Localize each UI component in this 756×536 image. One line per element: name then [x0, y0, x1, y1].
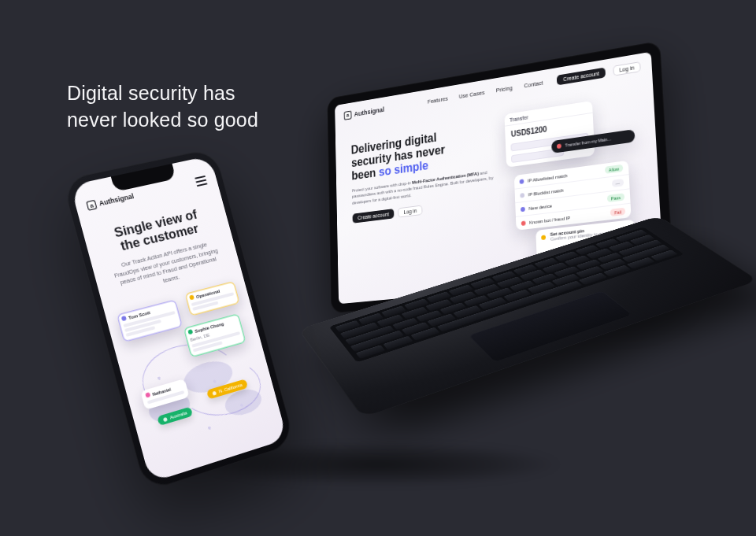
- card-dark-title: Transfer from my Main…: [565, 136, 611, 147]
- page-headline: Digital security has never looked so goo…: [67, 80, 258, 134]
- nav-pricing[interactable]: Pricing: [496, 84, 513, 94]
- account-dot-icon: [557, 143, 561, 149]
- laptop-mockup: a Authsignal Features Use Cases Pricing …: [267, 49, 717, 448]
- rule-chip: Pass: [607, 193, 625, 202]
- headline-line-1: Digital security has: [67, 80, 258, 107]
- brand-mark-icon: a: [86, 200, 98, 211]
- brand-mark-icon: a: [344, 110, 352, 120]
- laptop-hero: Delivering digital security has never be…: [351, 122, 497, 223]
- warning-dot-icon: [541, 235, 546, 240]
- rule-chip: Fail: [610, 208, 625, 216]
- phone-illustration: Tom Scott Operational Sophie Chung Berli…: [116, 286, 276, 471]
- phone-bezel: a Authsignal Single view of the customer…: [61, 148, 295, 492]
- pill-dot-icon: [212, 390, 217, 395]
- brand-name: Authsignal: [98, 192, 135, 207]
- rule-dot-icon: [520, 179, 524, 184]
- card-rules: IP Allowlisted matchAllow IP Blocklist m…: [514, 161, 632, 231]
- hero-login-button[interactable]: Log in: [398, 205, 422, 217]
- rule-dot-icon: [520, 193, 524, 198]
- hero-create-account-button[interactable]: Create account: [353, 209, 395, 224]
- brand[interactable]: a Authsignal: [86, 191, 135, 211]
- card-operational: Operational: [184, 281, 239, 316]
- nav-use-cases[interactable]: Use Cases: [459, 89, 485, 100]
- phone-mockup: a Authsignal Single view of the customer…: [61, 148, 295, 492]
- rule-chip: Allow: [605, 164, 624, 174]
- rule-dot-icon: [521, 206, 525, 212]
- menu-icon[interactable]: [195, 176, 207, 187]
- nav-contact[interactable]: Contact: [524, 79, 543, 90]
- pill-dot-icon: [163, 416, 168, 421]
- nav-features[interactable]: Features: [428, 95, 448, 105]
- phone-hero: Single view of the customer Our Track Ac…: [98, 205, 227, 298]
- brand[interactable]: a Authsignal: [344, 105, 385, 120]
- rule-dot-icon: [521, 220, 526, 226]
- nav-create-account-button[interactable]: Create account: [557, 68, 606, 86]
- card-transfer: Transfer USD$1200: [504, 101, 595, 168]
- nav-login-button[interactable]: Log in: [613, 61, 641, 76]
- brand-name: Authsignal: [354, 105, 385, 117]
- rule-chip: —: [611, 179, 624, 187]
- headline-line-2: never looked so good: [67, 107, 258, 134]
- phone-screen: a Authsignal Single view of the customer…: [70, 156, 287, 483]
